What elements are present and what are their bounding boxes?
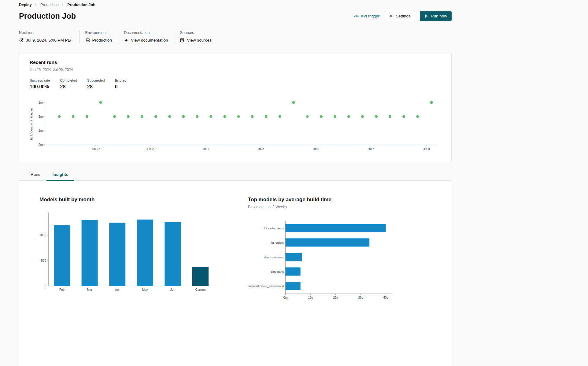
insights-panel: Models built by month 05001000FebMarAprM… xyxy=(19,181,452,366)
breadcrumb-deploy[interactable]: Deploy xyxy=(19,3,32,7)
next-run-value: Jul 9, 2024, 5:00 PM PDT xyxy=(26,38,73,43)
tab-runs[interactable]: Runs xyxy=(24,169,46,180)
next-run-label: Next run xyxy=(19,31,73,35)
svg-text:dim_parts: dim_parts xyxy=(271,270,284,273)
job-meta-row: Next run Jul 9, 2024, 5:00 PM PDT Enviro… xyxy=(19,31,452,43)
page-title: Production Job xyxy=(19,12,76,20)
models-built-by-month-block: Models built by month 05001000FebMarAprM… xyxy=(39,197,235,293)
stat-value: 100.00% xyxy=(30,84,50,90)
models-built-by-month-title: Models built by month xyxy=(39,197,235,203)
svg-text:materialization_incremental: materialization_incremental xyxy=(248,284,284,288)
svg-text:fct_orders: fct_orders xyxy=(271,241,284,244)
divider xyxy=(118,31,118,43)
tab-insights[interactable]: Insights xyxy=(46,169,75,180)
svg-text:May: May xyxy=(142,288,148,291)
top-models-title: Top models by average build time xyxy=(248,197,419,203)
view-documentation-link[interactable]: View documentation xyxy=(131,38,168,43)
svg-text:Jul 9: Jul 9 xyxy=(423,147,430,151)
documentation-label: Documentation xyxy=(124,31,168,35)
api-trigger-link[interactable]: </> API trigger xyxy=(354,14,379,18)
models-built-by-month-chart: 05001000FebMarAprMayJunCurrent xyxy=(39,211,229,293)
stat-completed: Completed 28 xyxy=(60,79,77,90)
svg-text:3m: 3m xyxy=(39,101,43,104)
environment-label: Environment xyxy=(85,31,112,35)
svg-text:Mar: Mar xyxy=(87,288,92,291)
environment-icon xyxy=(85,38,90,43)
meta-documentation: Documentation View documentation xyxy=(124,31,168,43)
svg-text:Jul 3: Jul 3 xyxy=(257,147,264,151)
recent-runs-card: Recent runs Jun 25, 2024–Jul 09, 2024 Su… xyxy=(19,53,452,162)
play-icon xyxy=(424,14,428,18)
svg-text:0m: 0m xyxy=(39,143,43,146)
documentation-icon xyxy=(124,38,128,43)
svg-text:0m: 0m xyxy=(283,296,288,299)
divider xyxy=(79,31,80,43)
header-actions: </> API trigger Settings Run now xyxy=(354,11,452,21)
top-models-subtitle: Based on Last 2 Weeks xyxy=(248,205,419,209)
svg-text:40s: 40s xyxy=(383,296,388,299)
stat-succeeded: Succeeded 28 xyxy=(87,79,105,90)
settings-button[interactable]: Settings xyxy=(384,11,415,21)
svg-text:fct_order_items: fct_order_items xyxy=(264,227,284,230)
database-icon xyxy=(180,38,184,43)
documentation-value-row: View documentation xyxy=(124,38,168,43)
run-now-button[interactable]: Run now xyxy=(420,11,452,21)
tab-bar: Runs Insights xyxy=(19,169,452,181)
svg-text:20s: 20s xyxy=(333,296,338,299)
stat-label: Success rate xyxy=(30,79,50,82)
breadcrumb-production[interactable]: Production xyxy=(40,3,59,7)
breadcrumb-current-page: Production Job xyxy=(67,3,95,7)
svg-text:1m: 1m xyxy=(39,129,43,132)
svg-text:dim_customers: dim_customers xyxy=(264,256,284,259)
divider xyxy=(174,31,174,43)
page-content: Deploy › Production › Production Job Pro… xyxy=(19,0,452,366)
svg-text:Apr: Apr xyxy=(115,288,120,291)
meta-sources: Sources View sources xyxy=(180,31,211,43)
recent-runs-title: Recent runs xyxy=(30,60,441,65)
sources-label: Sources xyxy=(180,31,211,35)
run-now-button-label: Run now xyxy=(431,14,447,18)
breadcrumb: Deploy › Production › Production Job xyxy=(19,2,452,7)
svg-text:Jun: Jun xyxy=(170,288,175,291)
svg-text:30s: 30s xyxy=(358,296,363,299)
gear-icon xyxy=(389,14,393,18)
environment-link[interactable]: Production xyxy=(92,38,112,43)
stat-value: 28 xyxy=(87,84,105,90)
breadcrumb-separator: › xyxy=(35,2,37,7)
sources-value-row: View sources xyxy=(180,38,211,43)
stat-errored: Errored 0 xyxy=(115,79,127,90)
svg-text:0: 0 xyxy=(44,284,46,288)
stat-label: Errored xyxy=(115,79,127,82)
stat-success-rate: Success rate 100.00% xyxy=(30,79,50,90)
top-models-block: Top models by average build time Based o… xyxy=(248,197,419,301)
stat-value: 0 xyxy=(115,84,127,90)
stat-label: Succeeded xyxy=(87,79,105,82)
code-icon: </> xyxy=(354,14,358,18)
svg-text:1000: 1000 xyxy=(39,234,46,237)
stat-value: 28 xyxy=(60,84,77,90)
recent-runs-stats: Success rate 100.00% Completed 28 Succee… xyxy=(30,79,441,90)
svg-text:Jul 7: Jul 7 xyxy=(368,147,374,151)
settings-button-label: Settings xyxy=(396,14,411,18)
svg-text:2m: 2m xyxy=(39,115,43,118)
svg-text:Jun 27: Jun 27 xyxy=(91,147,100,151)
svg-text:10s: 10s xyxy=(308,296,313,299)
meta-next-run: Next run Jul 9, 2024, 5:00 PM PDT xyxy=(19,31,73,43)
title-row: Production Job </> API trigger Settings … xyxy=(19,11,452,21)
svg-text:Jun 29: Jun 29 xyxy=(146,147,155,151)
svg-text:Current: Current xyxy=(195,288,206,291)
svg-text:500: 500 xyxy=(41,259,46,262)
view-sources-link[interactable]: View sources xyxy=(187,38,211,43)
meta-environment: Environment Production xyxy=(85,31,112,43)
run-duration-scatter-chart: Build Duration in Minutes0m1m2m3mJun 27J… xyxy=(30,99,441,154)
api-trigger-label: API trigger xyxy=(361,14,379,18)
stat-label: Completed xyxy=(60,79,77,82)
svg-text:Jul 1: Jul 1 xyxy=(202,147,209,151)
top-models-chart: fct_order_itemsfct_ordersdim_customersdi… xyxy=(248,212,401,301)
breadcrumb-separator: › xyxy=(62,2,64,7)
alarm-clock-icon xyxy=(19,38,24,43)
recent-runs-date-range: Jun 25, 2024–Jul 09, 2024 xyxy=(30,68,441,72)
svg-text:Build Duration in Minutes: Build Duration in Minutes xyxy=(30,108,33,140)
next-run-value-row: Jul 9, 2024, 5:00 PM PDT xyxy=(19,38,73,43)
svg-text:Feb: Feb xyxy=(59,288,65,291)
